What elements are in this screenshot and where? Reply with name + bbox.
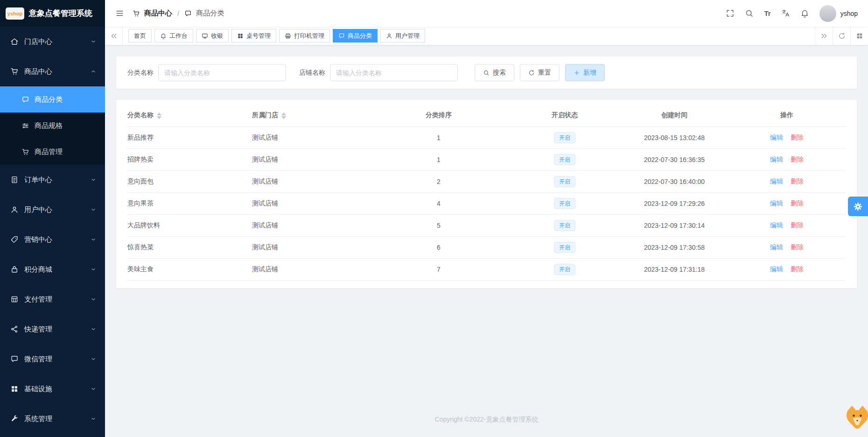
sidebar-item-wechat-manage[interactable]: 微信管理 [0, 344, 105, 374]
shop-name: 测试店铺 [252, 155, 278, 163]
bell-icon[interactable] [800, 9, 809, 18]
category-name-label: 分类名称 [127, 69, 154, 77]
grid-icon [237, 33, 244, 39]
edit-link[interactable]: 编辑 [770, 221, 783, 229]
shop-name-label: 店铺名称 [299, 69, 325, 77]
category-name-input[interactable] [158, 64, 286, 81]
app-logo[interactable]: yshop 意象点餐管理系统 [0, 0, 105, 27]
open-tabs: 首页 工作台 收银 桌号管理 打印机管理 商品分类 用户管理 [123, 29, 815, 42]
chat-icon [10, 355, 19, 363]
search-button[interactable]: 搜索 [475, 64, 514, 81]
shop-name: 测试店铺 [252, 177, 278, 185]
sidebar-item-infrastructure[interactable]: 基础设施 [0, 374, 105, 404]
edit-link[interactable]: 编辑 [770, 177, 783, 185]
delete-link[interactable]: 删除 [791, 243, 804, 251]
chevron-down-icon [90, 38, 97, 45]
edit-link[interactable]: 编辑 [770, 265, 783, 273]
shop-name: 测试店铺 [252, 199, 278, 207]
edit-link[interactable]: 编辑 [770, 134, 783, 141]
sort-value: 1 [437, 134, 441, 141]
sidebar-item-system-manage[interactable]: 系统管理 [0, 404, 105, 434]
tab-workbench[interactable]: 工作台 [154, 29, 193, 42]
tabs-scroll-right-button[interactable] [815, 27, 833, 45]
tab-table-number[interactable]: 桌号管理 [231, 29, 276, 42]
fullscreen-icon[interactable] [726, 9, 735, 18]
tab-goods-category[interactable]: 商品分类 [333, 29, 378, 42]
chat-icon [338, 33, 345, 39]
reset-button[interactable]: 重置 [520, 64, 560, 81]
chat-icon [21, 96, 29, 104]
tabs-options-button[interactable] [850, 27, 868, 45]
created-time: 2022-07-30 16:40:00 [644, 178, 705, 185]
tabs-scroll-left-button[interactable] [105, 27, 123, 45]
refresh-icon [838, 32, 846, 40]
tab-cashier[interactable]: 收银 [196, 29, 229, 42]
delete-link[interactable]: 删除 [791, 177, 804, 185]
tab-printer-manage[interactable]: 打印机管理 [279, 29, 330, 42]
sort-carets-icon[interactable] [281, 113, 286, 119]
shop-name: 测试店铺 [252, 243, 278, 251]
header-actions: Tr yshop [726, 5, 858, 22]
menu-label: 用户中心 [24, 205, 90, 214]
sidebar-subitem-goods-manage[interactable]: 商品管理 [0, 139, 105, 165]
font-size-icon[interactable]: Tr [764, 9, 770, 17]
column-header-status: 开启状态 [552, 111, 578, 119]
created-time: 2022-07-30 16:36:35 [644, 156, 705, 163]
breadcrumb-level1[interactable]: 商品中心 [144, 9, 172, 18]
tab-user-manage[interactable]: 用户管理 [380, 29, 425, 42]
column-header-created: 创建时间 [661, 111, 687, 119]
tab-label: 工作台 [169, 32, 188, 40]
sort-value: 4 [437, 200, 441, 207]
user-icon [10, 205, 19, 214]
mascot-fox-icon[interactable] [842, 403, 868, 431]
avatar [819, 5, 836, 22]
sidebar-subitem-goods-category[interactable]: 商品分类 [0, 86, 105, 113]
user-menu[interactable]: yshop [819, 5, 858, 22]
sidebar-item-user-center[interactable]: 用户中心 [0, 195, 105, 225]
column-header-name: 分类名称 [127, 111, 154, 119]
delete-link[interactable]: 删除 [791, 265, 804, 273]
created-time: 2023-12-09 17:29:26 [644, 200, 705, 207]
gear-icon [853, 202, 863, 211]
delete-link[interactable]: 删除 [791, 221, 804, 229]
table-row: 惊喜热菜 测试店铺 6 开启 2023-12-09 17:30:58 编辑删除 [127, 236, 846, 258]
translate-icon[interactable] [781, 9, 790, 18]
tab-home[interactable]: 首页 [128, 29, 152, 42]
add-button-label: 新增 [583, 69, 596, 77]
sidebar-item-order-center[interactable]: 订单中心 [0, 165, 105, 195]
refresh-icon [528, 70, 535, 76]
delete-link[interactable]: 删除 [791, 155, 804, 163]
add-button[interactable]: 新增 [565, 64, 605, 81]
settings-panel-button[interactable] [848, 197, 868, 216]
delete-link[interactable]: 删除 [791, 134, 804, 141]
sort-carets-icon[interactable] [157, 113, 161, 119]
sidebar-item-store-center[interactable]: 门店中心 [0, 27, 105, 56]
edit-link[interactable]: 编辑 [770, 199, 783, 207]
goods-center-submenu: 商品分类 商品规格 商品管理 [0, 86, 105, 165]
category-name: 意向面包 [127, 177, 154, 185]
refresh-tab-button[interactable] [833, 27, 850, 45]
breadcrumb-separator: / [177, 9, 179, 17]
edit-link[interactable]: 编辑 [770, 243, 783, 251]
shop-name-input[interactable] [330, 64, 458, 81]
tab-label: 用户管理 [395, 32, 420, 40]
delete-link[interactable]: 删除 [791, 199, 804, 207]
search-icon[interactable] [745, 9, 754, 18]
status-badge: 开启 [554, 220, 575, 231]
monitor-icon [202, 33, 208, 39]
column-header-sort: 分类排序 [426, 111, 452, 119]
sidebar-item-payment-manage[interactable]: 支付管理 [0, 284, 105, 314]
sidebar-item-points-mall[interactable]: 积分商城 [0, 254, 105, 284]
sidebar-item-goods-center[interactable]: 商品中心 [0, 56, 105, 86]
category-name: 意向果茶 [127, 199, 154, 207]
sliders-icon [21, 122, 29, 130]
chevron-down-icon [90, 416, 97, 422]
sidebar-item-express-manage[interactable]: 快递管理 [0, 314, 105, 344]
plus-icon [574, 70, 580, 76]
edit-link[interactable]: 编辑 [770, 155, 783, 163]
sidebar-item-marketing-center[interactable]: 营销中心 [0, 225, 105, 254]
hamburger-icon[interactable] [115, 9, 124, 18]
sidebar-subitem-goods-spec[interactable]: 商品规格 [0, 113, 105, 139]
chevron-down-icon [90, 236, 97, 243]
shop-name: 测试店铺 [252, 134, 278, 141]
